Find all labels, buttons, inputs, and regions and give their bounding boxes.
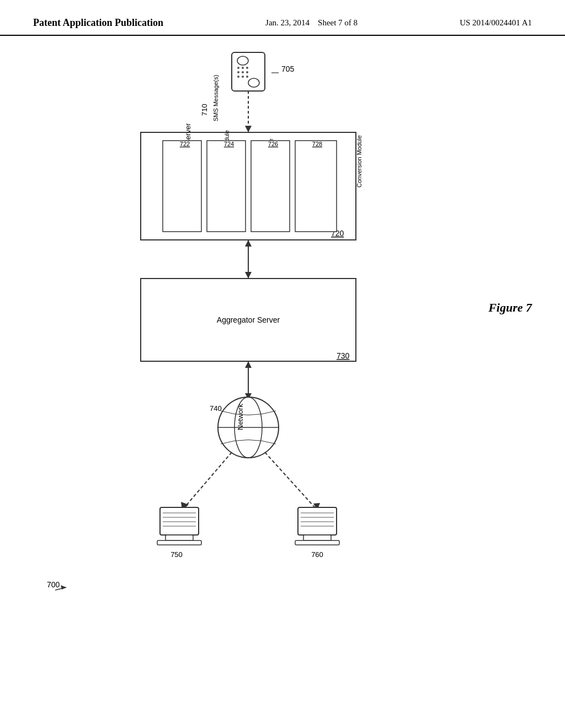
network-number: 740 bbox=[210, 404, 222, 413]
svg-marker-22 bbox=[245, 240, 252, 247]
svg-point-2 bbox=[248, 78, 259, 87]
svg-rect-46 bbox=[303, 535, 331, 540]
svg-rect-19 bbox=[295, 141, 337, 232]
reception-number: 724 bbox=[224, 141, 234, 147]
device-left-label: 750 bbox=[170, 550, 183, 559]
svg-point-10 bbox=[242, 76, 244, 78]
svg-marker-21 bbox=[245, 272, 252, 279]
svg-rect-39 bbox=[166, 535, 193, 540]
patent-diagram: 705 710 SMS Message(s) SMS Front-End Ser… bbox=[0, 36, 565, 709]
svg-point-9 bbox=[237, 76, 239, 78]
patent-number: US 2014/0024401 A1 bbox=[460, 17, 532, 29]
svg-rect-0 bbox=[232, 52, 265, 91]
svg-rect-17 bbox=[207, 141, 246, 232]
svg-point-6 bbox=[237, 71, 239, 73]
svg-rect-18 bbox=[251, 141, 290, 232]
label-710: 710 bbox=[200, 104, 209, 116]
svg-rect-40 bbox=[157, 540, 201, 545]
sms-message-label: SMS Message(s) bbox=[212, 75, 219, 121]
svg-point-7 bbox=[242, 71, 244, 73]
svg-point-5 bbox=[246, 67, 248, 69]
svg-rect-47 bbox=[295, 540, 339, 545]
conversion-number: 728 bbox=[312, 141, 322, 147]
svg-marker-14 bbox=[245, 126, 252, 132]
svg-point-4 bbox=[242, 67, 244, 69]
svg-rect-34 bbox=[160, 507, 199, 535]
publication-date-sheet: Jan. 23, 2014 Sheet 7 of 8 bbox=[265, 17, 358, 29]
device-right-label: 760 bbox=[311, 550, 323, 559]
svg-point-8 bbox=[246, 71, 248, 73]
conversion-label: Conversion Module bbox=[356, 136, 363, 188]
svg-marker-26 bbox=[245, 361, 252, 368]
sheet-info: Sheet 7 of 8 bbox=[318, 18, 358, 27]
aggregator-number: 730 bbox=[337, 351, 350, 360]
phone-label: 705 bbox=[281, 65, 295, 73]
svg-line-30 bbox=[182, 452, 232, 510]
network-label: Network bbox=[236, 404, 244, 430]
svg-rect-41 bbox=[298, 507, 337, 535]
svg-point-3 bbox=[237, 67, 239, 69]
svg-rect-16 bbox=[163, 141, 201, 232]
transmission-number: 722 bbox=[180, 141, 190, 147]
diagram-number-label: 700 bbox=[47, 580, 60, 589]
aggregator-label: Aggregator Server bbox=[217, 315, 280, 324]
svg-line-32 bbox=[265, 452, 317, 510]
diagram-area: Figure 7 705 710 SMS Message(s) S bbox=[0, 36, 565, 709]
session-number: 726 bbox=[268, 141, 278, 147]
page-header: Patent Application Publication Jan. 23, … bbox=[0, 0, 565, 36]
publication-date: Jan. 23, 2014 bbox=[265, 18, 310, 27]
svg-point-11 bbox=[246, 76, 248, 78]
publication-title: Patent Application Publication bbox=[33, 17, 163, 29]
svg-point-1 bbox=[237, 56, 248, 65]
